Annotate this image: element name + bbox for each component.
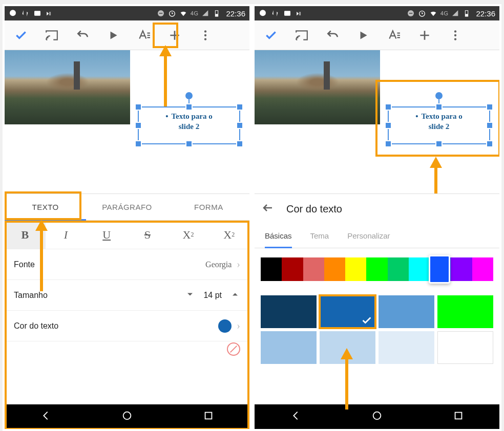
color-swatch[interactable] <box>261 295 317 328</box>
transfer-icon <box>21 9 29 17</box>
clock: 22:36 <box>226 9 245 18</box>
alarm-icon <box>168 9 176 17</box>
messenger-icon <box>9 9 17 17</box>
color-swatch[interactable] <box>261 331 317 364</box>
svg-point-8 <box>204 34 206 36</box>
dnd-icon <box>157 9 165 17</box>
svg-rect-23 <box>455 413 462 419</box>
confirm-button[interactable] <box>262 26 280 45</box>
recent-button[interactable] <box>453 410 464 423</box>
network-label: 4G <box>440 10 449 16</box>
network-label: 4G <box>191 10 199 16</box>
strip-color[interactable] <box>409 257 430 281</box>
messenger-icon <box>259 9 267 17</box>
status-bar: ⏯ 4G 22:36 <box>5 6 249 20</box>
signal-icon <box>201 9 209 17</box>
annotation-arrow <box>430 157 442 198</box>
undo-button[interactable] <box>73 26 92 45</box>
battery-icon <box>213 9 221 17</box>
more-button[interactable] <box>446 26 465 45</box>
strip-marker[interactable] <box>429 255 450 284</box>
transfer-icon <box>271 9 279 17</box>
back-arrow-button[interactable] <box>262 202 274 217</box>
tab-tema[interactable]: Tema <box>310 224 329 248</box>
wifi-icon <box>179 9 187 17</box>
undo-button[interactable] <box>323 26 342 45</box>
strip-color[interactable] <box>282 257 303 281</box>
color-swatch[interactable] <box>320 331 375 364</box>
image-icon <box>33 9 41 17</box>
svg-point-0 <box>10 10 16 16</box>
format-panel: TEXTO PARÁGRAFO FORMA B I U S X2 X2 Font… <box>5 193 249 404</box>
color-panel-header: Cor do texto <box>255 194 499 224</box>
annotation-highlight <box>5 221 249 429</box>
strip-color[interactable] <box>324 257 345 281</box>
strip-color[interactable] <box>345 257 366 281</box>
phone-right: ⏯ 4G 22:36 <box>255 6 499 429</box>
app-toolbar <box>5 20 249 50</box>
cast-button[interactable] <box>43 26 61 45</box>
color-picker-panel: Cor do texto Básicas Tema Personalizar <box>255 193 499 404</box>
svg-rect-3 <box>159 13 162 13</box>
status-bar: ⏯ 4G 22:36 <box>255 6 499 20</box>
color-tabs: Básicas Tema Personalizar <box>255 224 499 248</box>
system-navbar <box>255 404 499 429</box>
add-button[interactable] <box>415 26 434 45</box>
dnd-icon <box>407 9 415 17</box>
panel-title: Cor do texto <box>286 203 342 215</box>
cast-button[interactable] <box>292 26 311 45</box>
wifi-icon <box>429 9 437 17</box>
text-format-button[interactable] <box>135 26 153 45</box>
play-button[interactable] <box>354 26 372 45</box>
slide-canvas[interactable]: •Texto para o slide 2 <box>255 50 499 193</box>
color-swatch[interactable] <box>437 295 493 328</box>
strip-color[interactable] <box>451 257 472 281</box>
strip-color[interactable] <box>261 257 282 281</box>
text-format-button[interactable] <box>385 26 403 45</box>
svg-rect-13 <box>284 11 290 15</box>
selected-textbox[interactable]: •Texto para o slide 2 <box>138 106 240 144</box>
signal-icon <box>451 9 459 17</box>
strip-color[interactable] <box>388 257 409 281</box>
tab-paragrafo[interactable]: PARÁGRAFO <box>86 194 167 220</box>
image-icon <box>283 9 291 17</box>
strip-color[interactable] <box>366 257 387 281</box>
svg-point-12 <box>260 10 266 16</box>
confirm-button[interactable] <box>12 26 30 45</box>
color-swatch[interactable] <box>320 295 375 328</box>
color-swatch[interactable] <box>379 331 434 364</box>
svg-rect-6 <box>216 14 218 16</box>
play-button[interactable] <box>104 26 122 45</box>
more-button[interactable] <box>196 26 215 45</box>
annotation-highlight <box>5 191 81 220</box>
strip-color[interactable] <box>303 257 324 281</box>
tab-personalizar[interactable]: Personalizar <box>347 224 390 248</box>
svg-rect-15 <box>409 13 412 13</box>
battery-icon <box>463 9 471 17</box>
back-button[interactable] <box>290 410 301 423</box>
annotation-arrow <box>159 45 172 106</box>
rotate-handle[interactable] <box>185 92 193 99</box>
voicemail-icon: ⏯ <box>296 10 302 17</box>
home-button[interactable] <box>371 410 383 423</box>
app-toolbar <box>255 20 499 50</box>
svg-point-21 <box>454 38 456 40</box>
color-swatch[interactable] <box>437 331 493 364</box>
alarm-icon <box>418 9 426 17</box>
svg-point-22 <box>373 412 381 420</box>
svg-rect-18 <box>466 14 468 16</box>
tab-basicas[interactable]: Básicas <box>265 224 292 248</box>
annotation-highlight <box>375 80 499 157</box>
color-strip[interactable] <box>261 257 493 281</box>
slide-image[interactable] <box>255 50 380 124</box>
textbox-content[interactable]: •Texto para o slide 2 <box>139 107 239 136</box>
slide-image[interactable] <box>5 50 130 124</box>
color-swatch[interactable] <box>379 295 434 328</box>
svg-rect-1 <box>34 11 40 15</box>
phone-left: ⏯ 4G 22:36 <box>5 6 249 429</box>
slide-canvas[interactable]: •Texto para o slide 2 <box>5 50 249 193</box>
voicemail-icon: ⏯ <box>46 10 52 17</box>
svg-point-9 <box>204 38 206 40</box>
strip-color[interactable] <box>472 257 493 281</box>
tab-forma[interactable]: FORMA <box>168 194 249 220</box>
